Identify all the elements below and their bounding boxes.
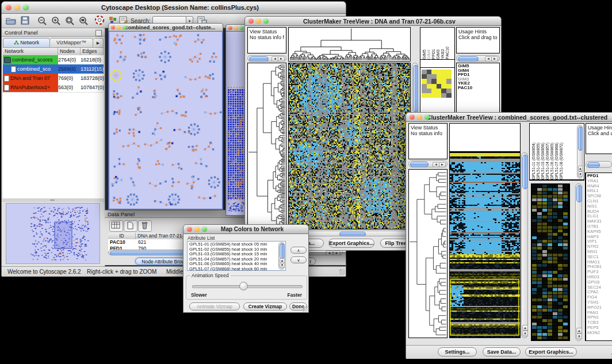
zoom-selected-icon[interactable] — [65, 16, 75, 28]
scroll-down-arrow[interactable]: ▼ — [576, 334, 582, 339]
create-vizmap-button[interactable]: Create Vizmap — [243, 302, 287, 311]
zoom-button[interactable] — [23, 5, 29, 10]
tv1-right-hscrollbar[interactable]: ◄ ► — [456, 55, 500, 62]
hscroll-thumb[interactable] — [249, 56, 269, 62]
resize-grip[interactable] — [302, 306, 308, 312]
open-folder-icon[interactable] — [6, 16, 16, 27]
vscroll-thumb[interactable] — [280, 243, 285, 259]
save-icon[interactable] — [21, 16, 29, 27]
close-button[interactable] — [228, 26, 232, 30]
vscroll-thumb[interactable] — [576, 185, 582, 202]
tv2-vscrollbar[interactable]: ▲ ▼ — [521, 152, 528, 338]
vscroll-thumb[interactable] — [522, 155, 528, 189]
move-down-button[interactable]: ∨ — [290, 256, 307, 263]
tv2-zoom-vscrollbar[interactable]: ▲ ▼ — [575, 183, 582, 341]
move-up-button[interactable]: ∧ — [290, 247, 307, 254]
close-button[interactable] — [248, 18, 254, 24]
help-lifering-icon[interactable] — [95, 16, 105, 28]
attribute-listbox[interactable]: GPL51-01 (GSM854) heat shock 05 minGPL51… — [187, 241, 286, 271]
zoom-button[interactable] — [424, 114, 430, 120]
close-button[interactable] — [6, 5, 12, 10]
tv1-left-hscrollbar[interactable]: ◄ ► — [247, 55, 286, 62]
close-button[interactable] — [187, 227, 192, 232]
hscroll-thumb[interactable] — [458, 56, 479, 62]
float-panel-icon[interactable] — [95, 30, 102, 36]
network-row[interactable]: combined_sco 2569(6) 13112(15) — [3, 64, 104, 74]
tv1-summary-heatmap[interactable] — [422, 70, 452, 98]
minimize-button[interactable] — [234, 26, 238, 30]
zoom-button[interactable] — [263, 18, 269, 24]
hscroll-thumb[interactable] — [587, 162, 600, 168]
hscroll-thumb[interactable] — [410, 162, 429, 167]
gene-label[interactable]: PAC10 — [458, 86, 499, 90]
tv2-heatmap[interactable] — [449, 152, 521, 338]
attribute-list-item[interactable]: GPL51-07 (GSM868) heat shock 60 min — [189, 267, 285, 271]
scroll-up-arrow[interactable]: ▲ — [576, 328, 582, 334]
tv2-left-hscrollbar[interactable]: ◄ ► — [408, 160, 447, 167]
zoom-button[interactable] — [123, 25, 127, 29]
col-edges[interactable]: Edges — [81, 48, 104, 55]
network-row[interactable]: RNAPuberNov2+ 563(0) 107847(0) — [3, 83, 104, 92]
table-icon[interactable] — [109, 220, 123, 232]
minimize-button[interactable] — [417, 114, 422, 120]
tv2-save-data-button[interactable]: Save Data... — [483, 347, 521, 357]
vscroll-thumb[interactable] — [413, 65, 418, 112]
tv2-row-dendrogram[interactable] — [408, 169, 447, 338]
zoom-in-icon[interactable] — [51, 16, 61, 28]
animate-vizmap-button[interactable]: Animate Vizmap — [189, 302, 240, 311]
scroll-right-arrow[interactable]: ► — [278, 56, 285, 62]
scroll-right-arrow[interactable]: ► — [439, 162, 446, 167]
zoom-out-icon[interactable] — [37, 16, 47, 28]
minimize-button[interactable] — [14, 5, 20, 10]
network-row[interactable]: combined_scores 2764(0) 16218(0) — [3, 55, 104, 64]
tab-network[interactable]: Network — [3, 38, 50, 48]
treeview2-titlebar[interactable]: ClusterMaker TreeView : combined_scores_… — [406, 112, 612, 122]
main-titlebar[interactable]: Cytoscape Desktop (Session Name: collins… — [1, 1, 346, 14]
tab-overflow-arrow[interactable]: ▶ — [93, 38, 104, 48]
speed-slider-thumb[interactable] — [239, 282, 248, 290]
tab-vizmapper[interactable]: VizMapper™ — [50, 38, 93, 48]
tv1-column-dendrogram[interactable] — [288, 27, 411, 62]
resize-grip[interactable] — [339, 269, 345, 275]
treeview1-titlebar[interactable]: ClusterMaker TreeView : DNA and Tran 07-… — [244, 16, 502, 26]
scroll-down-arrow[interactable]: ▼ — [280, 263, 285, 268]
scroll-up-arrow[interactable]: ▲ — [522, 325, 528, 331]
tv1-row-dendrogram[interactable] — [247, 63, 286, 229]
tv2-export-graphics-button[interactable]: Export Graphics... — [525, 347, 577, 357]
zoom-button[interactable] — [240, 26, 244, 30]
trash-icon[interactable] — [138, 220, 152, 232]
network-window-1-titlebar[interactable]: combined_scores_good.txt--cluste... — [108, 23, 223, 32]
tv1-export-graphics-button[interactable]: Export Graphics... — [328, 239, 374, 248]
network-view-1-canvas[interactable] — [109, 32, 222, 208]
network-list-empty-area[interactable] — [3, 92, 104, 198]
zoom-fit-icon[interactable] — [79, 16, 89, 28]
col-network[interactable]: Network — [3, 48, 58, 55]
birdseye-view[interactable] — [6, 203, 100, 264]
new-file-icon[interactable] — [124, 220, 137, 232]
close-button[interactable] — [410, 114, 415, 120]
listbox-vscrollbar[interactable]: ▲ ▼ — [278, 242, 285, 270]
tv2-settings-button[interactable]: Settings... — [438, 347, 477, 357]
minimize-button[interactable] — [117, 25, 121, 29]
vscroll-thumb[interactable] — [578, 127, 583, 151]
scroll-right-arrow[interactable]: ► — [491, 56, 498, 62]
tv2-labels-vscrollbar[interactable]: ▲ ▼ — [577, 125, 583, 179]
scroll-down-arrow[interactable]: ▼ — [522, 331, 528, 336]
dialog-titlebar[interactable]: Map Colors to Network — [183, 224, 309, 234]
panel-splitter[interactable] — [2, 198, 105, 202]
birdseye-canvas[interactable] — [6, 204, 100, 263]
scroll-up-arrow[interactable]: ▲ — [578, 166, 583, 171]
network-row[interactable]: DNA and Tran 07 769(0) 183728(0) — [3, 74, 104, 83]
scroll-down-arrow[interactable]: ▼ — [578, 171, 583, 177]
zoom-button[interactable] — [202, 227, 207, 232]
minimize-button[interactable] — [194, 227, 200, 232]
tv1-heatmap[interactable] — [288, 63, 411, 229]
close-button[interactable] — [111, 25, 115, 29]
tv2-right-hscrollbar[interactable] — [586, 161, 612, 168]
minimize-button[interactable] — [256, 18, 261, 24]
id-column-header[interactable]: ID — [108, 233, 136, 239]
tv2-zoom-heatmap[interactable] — [531, 183, 570, 341]
col-nodes[interactable]: Nodes — [58, 48, 81, 55]
hscroll-thumb[interactable] — [339, 232, 366, 236]
gene-label[interactable]: MON2 — [587, 331, 612, 336]
